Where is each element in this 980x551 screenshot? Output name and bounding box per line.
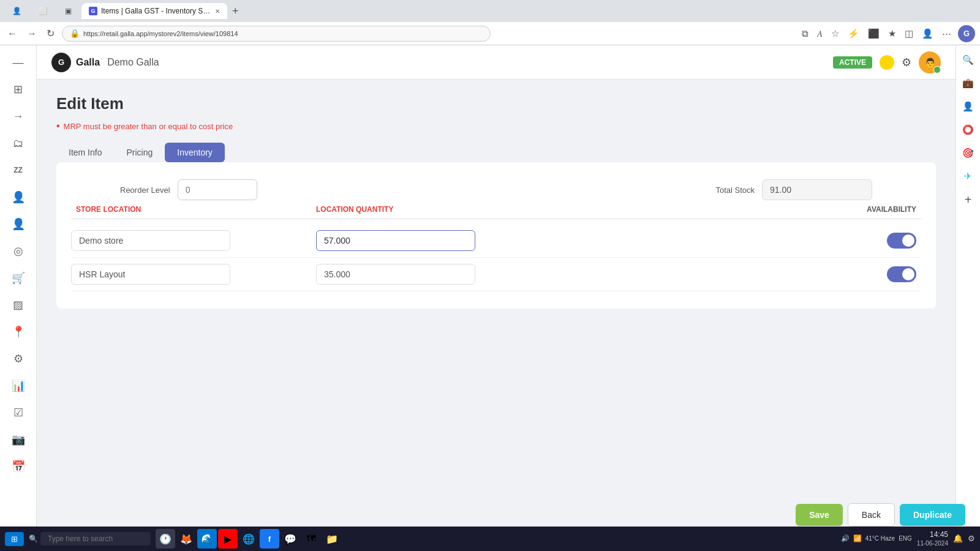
reorder-level-label: Reorder Level	[120, 186, 170, 195]
sidebar-item-settings[interactable]: ⚙	[6, 347, 31, 371]
bottom-actions: Save Back Duplicate	[796, 503, 965, 527]
extension-icon[interactable]: ⚡	[846, 26, 861, 41]
error-text: MRP must be greater than or equal to cos…	[64, 122, 233, 131]
sys-icon-2: 📶	[853, 534, 862, 542]
bookmark-icon[interactable]: ☆	[829, 26, 841, 41]
taskbar-app-firefox[interactable]: 🦊	[176, 529, 196, 549]
error-bullet: •	[56, 121, 60, 132]
taskbar-app-maps[interactable]: 🗺	[301, 529, 321, 549]
right-plane-icon[interactable]: ✈	[959, 167, 978, 186]
sidebar-item-check[interactable]: ☑	[6, 400, 31, 425]
taskbar-app-chrome[interactable]: 🌐	[239, 529, 258, 549]
sidebar-item-layers[interactable]: ▨	[6, 293, 31, 317]
sidebar-item-person[interactable]: 👤	[6, 185, 31, 209]
store-cell-1	[71, 230, 316, 251]
favorites-icon[interactable]: ★	[886, 26, 898, 41]
right-circle-icon[interactable]: ⭕	[959, 120, 978, 140]
sidebar-item-zz[interactable]: ZZ	[6, 158, 31, 182]
taskbar-app-skype[interactable]: 💬	[281, 529, 300, 549]
qty-cell-2	[316, 264, 835, 285]
toggle-knob-2	[902, 268, 914, 280]
taskbar-app-facebook[interactable]: f	[260, 529, 279, 549]
taskbar-app-clock[interactable]: 🕐	[156, 529, 175, 549]
taskbar-apps: 🕐 🦊 🌊 ▶ 🌐 f 💬 🗺 📁	[156, 529, 342, 549]
avail-cell-2	[835, 266, 921, 282]
tab-inactive-1[interactable]: 👤	[5, 3, 29, 19]
right-search-icon[interactable]: 🔍	[959, 50, 978, 70]
tab-favicon: G	[89, 7, 97, 15]
sidebar-item-calendar[interactable]: 📅	[6, 454, 31, 479]
tab-inactive-2[interactable]: ⬜	[31, 3, 55, 19]
tab-inactive-3[interactable]: ▣	[58, 3, 79, 19]
settings-gear-icon[interactable]: ⚙	[902, 56, 911, 69]
app-layout: — ⊞ → 🗂 ZZ 👤 👤 ◎ 🛒 ▨ 📍 ⚙ 📊 ☑ 📷 📅 G Galla…	[0, 45, 980, 527]
sidebar-item-folder[interactable]: 🗂	[6, 131, 31, 156]
tab-label: Items | Galla GST - Inventory Sof...	[101, 7, 211, 15]
sidebar-item-camera[interactable]: 📷	[6, 427, 31, 452]
notification-icon[interactable]: 🔔	[953, 534, 963, 543]
qty-input-2[interactable]	[316, 264, 475, 285]
sidebar-item-arrow[interactable]: →	[6, 104, 31, 129]
taskbar-time: 14:45 11-06-2024	[917, 530, 948, 549]
settings-taskbar-icon[interactable]: ⚙	[968, 534, 975, 543]
content-wrapper: G Galla Demo Galla ACTIVE ⚙ 👨 Edit Item …	[37, 45, 956, 527]
tab-item-info[interactable]: Item Info	[56, 143, 114, 162]
sidebar-item-person2[interactable]: 👤	[6, 212, 31, 236]
address-bar[interactable]: 🔒 https://retail.galla.app/mystorev2/ite…	[62, 26, 491, 42]
url-display: https://retail.galla.app/mystorev2/items…	[83, 30, 238, 37]
split-view-icon[interactable]: ⧉	[800, 26, 810, 41]
back-button[interactable]: Back	[848, 503, 895, 527]
time-display: 14:45	[917, 530, 948, 540]
store-name-input-2[interactable]	[71, 264, 230, 285]
table-row	[71, 224, 921, 258]
tab-close-btn[interactable]: ✕	[215, 8, 220, 15]
collections-icon[interactable]: ◫	[903, 26, 915, 41]
read-mode-icon[interactable]: 𝐴	[815, 26, 824, 41]
top-bar: G Galla Demo Galla ACTIVE ⚙ 👨	[37, 45, 956, 80]
more-icon[interactable]: ⋯	[940, 26, 953, 41]
profile-icon[interactable]: 👤	[920, 26, 935, 41]
forward-nav-button[interactable]: →	[24, 26, 39, 42]
avatar-status-badge	[933, 66, 941, 73]
sidebar-item-dashboard[interactable]: ⊞	[6, 77, 31, 102]
right-target-icon[interactable]: 🎯	[959, 143, 978, 163]
sidebar-item-minimize[interactable]: —	[6, 50, 31, 75]
tabs-container: Item Info Pricing Inventory	[56, 143, 936, 162]
sidebar-item-cart[interactable]: 🛒	[6, 266, 31, 290]
availability-toggle-2[interactable]	[887, 266, 916, 282]
store-name-input-1[interactable]	[71, 230, 230, 251]
tab-inventory[interactable]: Inventory	[165, 143, 225, 162]
browser-profile-btn[interactable]: G	[958, 25, 975, 42]
right-briefcase-icon[interactable]: 💼	[959, 73, 978, 93]
right-sidebar: 🔍 💼 👤 ⭕ 🎯 ✈ +	[956, 45, 980, 527]
back-nav-button[interactable]: ←	[5, 26, 20, 42]
tab-pricing[interactable]: Pricing	[114, 143, 165, 162]
sidebar-icon[interactable]: ⬛	[866, 26, 881, 41]
refresh-button[interactable]: ↻	[44, 25, 57, 42]
reorder-level-input[interactable]	[178, 179, 257, 200]
taskbar-app-files[interactable]: 📁	[322, 529, 342, 549]
tab-active[interactable]: G Items | Galla GST - Inventory Sof... ✕	[81, 3, 227, 19]
new-tab-button[interactable]: +	[230, 5, 241, 18]
duplicate-button[interactable]: Duplicate	[900, 504, 965, 526]
sidebar-item-target[interactable]: ◎	[6, 239, 31, 263]
avatar[interactable]: 👨	[919, 51, 941, 73]
brand: G Galla Demo Galla	[51, 53, 159, 72]
top-bar-right: ACTIVE ⚙ 👨	[833, 51, 941, 73]
right-plus-icon[interactable]: +	[959, 190, 978, 209]
lang-display: ENG	[899, 535, 912, 542]
availability-toggle-1[interactable]	[887, 233, 916, 249]
qty-input-1[interactable]	[316, 230, 475, 251]
form-row-stock: Reorder Level Total Stock	[71, 179, 921, 200]
taskbar-search-input[interactable]	[40, 532, 151, 545]
sidebar-item-location[interactable]: 📍	[6, 320, 31, 344]
sidebar-item-chart[interactable]: 📊	[6, 373, 31, 398]
right-person-icon[interactable]: 👤	[959, 97, 978, 116]
save-button[interactable]: Save	[796, 504, 843, 526]
total-stock-input	[762, 179, 872, 200]
taskbar-app-edge[interactable]: 🌊	[197, 529, 217, 549]
start-button[interactable]: ⊞	[5, 532, 24, 546]
browser-tabs: 👤 ⬜ ▣ G Items | Galla GST - Inventory So…	[0, 0, 980, 22]
table-header: Store Location Location Quantity AVAILAB…	[71, 200, 921, 219]
taskbar-app-youtube[interactable]: ▶	[218, 529, 238, 549]
